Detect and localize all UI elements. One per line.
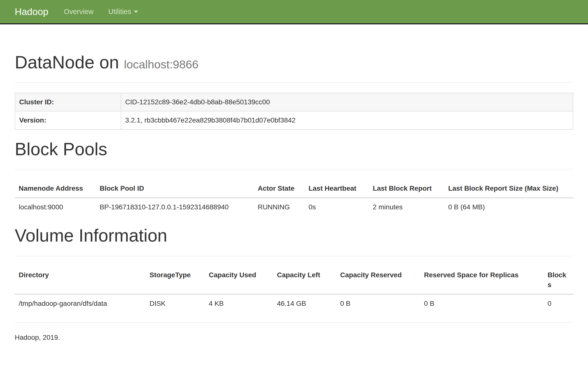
column-header: StorageType — [146, 266, 205, 294]
column-header: Capacity Left — [273, 266, 336, 294]
version-label: Version: — [15, 111, 121, 129]
table-cell: BP-196718310-127.0.0.1-1592314688940 — [96, 198, 254, 216]
table-row: /tmp/hadoop-gaoran/dfs/dataDISK4 KB46.14… — [15, 294, 573, 312]
page-title-text: DataNode on — [15, 52, 119, 72]
cluster-info-table: Cluster ID: CID-12152c89-36e2-4db0-b8ab-… — [15, 93, 573, 130]
table-cell: 0 B — [336, 294, 420, 312]
brand-link[interactable]: Hadoop — [15, 0, 48, 23]
table-cell: RUNNING — [254, 198, 305, 216]
navbar: Hadoop Overview Utilities — [0, 0, 588, 24]
page-title: DataNode on localhost:9866 — [15, 53, 573, 72]
volume-information-title: Volume Information — [15, 226, 573, 245]
block-pools-header-row: Namenode AddressBlock Pool IDActor State… — [15, 180, 573, 198]
nav-item-overview[interactable]: Overview — [57, 0, 101, 23]
main-content: DataNode on localhost:9866 Cluster ID: C… — [0, 53, 588, 342]
column-header: Capacity Reserved — [336, 266, 420, 294]
table-cell: /tmp/hadoop-gaoran/dfs/data — [15, 294, 146, 312]
column-header: Directory — [15, 266, 146, 294]
volume-header-row: DirectoryStorageTypeCapacity UsedCapacit… — [15, 266, 573, 294]
footer-text: Hadoop, 2019. — [15, 333, 573, 342]
table-cell: DISK — [146, 294, 205, 312]
table-row: Cluster ID: CID-12152c89-36e2-4db0-b8ab-… — [15, 93, 573, 111]
block-pools-title: Block Pools — [15, 139, 573, 159]
table-cell: 0 B — [420, 294, 544, 312]
cluster-id-value: CID-12152c89-36e2-4db0-b8ab-88e50139cc00 — [121, 93, 573, 111]
table-cell: 0 B (64 MB) — [444, 198, 573, 216]
table-cell: 0 — [544, 294, 573, 312]
table-cell: 4 KB — [205, 294, 273, 312]
table-row: Version: 3.2.1, rb3cbbb467e22ea829b3808f… — [15, 111, 573, 129]
block-pools-header: Block Pools — [15, 139, 573, 170]
table-row: localhost:9000BP-196718310-127.0.0.1-159… — [15, 198, 573, 216]
nav-item-utilities-label: Utilities — [108, 0, 131, 23]
block-pools-table: Namenode AddressBlock Pool IDActor State… — [15, 180, 573, 216]
chevron-down-icon — [134, 11, 138, 13]
column-header: Block Pool ID — [96, 180, 254, 198]
table-cell: 0s — [305, 198, 369, 216]
table-cell: localhost:9000 — [15, 198, 96, 216]
volume-information-header: Volume Information — [15, 226, 573, 256]
column-header: Blocks — [544, 266, 573, 294]
volume-information-table: DirectoryStorageTypeCapacity UsedCapacit… — [15, 266, 573, 312]
column-header: Capacity Used — [205, 266, 273, 294]
column-header: Last Block Report Size (Max Size) — [444, 180, 573, 198]
column-header: Last Block Report — [369, 180, 444, 198]
column-header: Namenode Address — [15, 180, 96, 198]
table-cell: 46.14 GB — [273, 294, 336, 312]
cluster-id-label: Cluster ID: — [15, 93, 121, 111]
column-header: Actor State — [254, 180, 305, 198]
column-header: Reserved Space for Replicas — [420, 266, 544, 294]
nav-item-overview-label: Overview — [64, 0, 94, 23]
page-header: DataNode on localhost:9866 — [15, 53, 573, 83]
column-header: Last Heartbeat — [305, 180, 369, 198]
version-value: 3.2.1, rb3cbbb467e22ea829b3808f4b7b01d07… — [121, 111, 573, 129]
table-cell: 2 minutes — [369, 198, 444, 216]
footer-divider — [15, 322, 573, 323]
nav-item-utilities[interactable]: Utilities — [101, 0, 145, 23]
page-title-host: localhost:9866 — [124, 58, 198, 71]
